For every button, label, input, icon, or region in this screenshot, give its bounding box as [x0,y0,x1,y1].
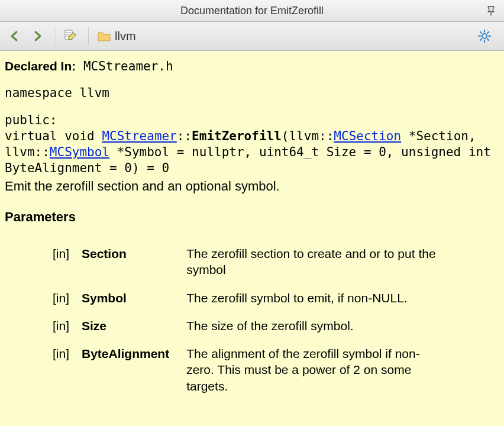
param-name: Size [81,317,186,334]
sig-prefix: virtual void [5,129,102,143]
window-title: Documentation for EmitZerofill [180,5,324,17]
link-mcstreamer[interactable]: MCStreamer [102,129,176,143]
param-dir: [in] [33,289,81,306]
signature: virtual void MCStreamer::EmitZerofill(ll… [5,128,499,177]
param-desc: The size of the zerofill symbol. [186,317,453,334]
breadcrumb[interactable]: llvm [97,30,136,43]
settings-button[interactable] [476,27,493,45]
title-bar: Documentation for EmitZerofill [0,0,504,22]
sig-sep: :: [177,129,192,143]
svg-line-11 [480,39,482,40]
param-row: [in] Symbol The zerofill symbol to emit,… [33,289,453,306]
param-row: [in] Section The zerofill section to cre… [33,245,453,279]
link-mcsection[interactable]: MCSection [334,129,401,143]
svg-point-4 [482,34,487,38]
public-line: public: [5,112,499,128]
forward-button[interactable] [28,27,46,45]
pin-icon [485,5,497,17]
toolbar-separator [56,27,56,45]
link-mcsymbol[interactable]: MCSymbol [50,145,109,159]
param-row: [in] Size The size of the zerofill symbo… [33,317,453,334]
param-name: Section [81,245,186,279]
svg-line-12 [487,32,489,33]
parameters-table: [in] Section The zerofill section to cre… [33,234,453,405]
param-dir: [in] [33,345,81,395]
declared-in: Declared In: MCStreamer.h [5,58,499,75]
param-dir: [in] [33,317,81,334]
back-button[interactable] [6,27,24,45]
content-area: Declared In: MCStreamer.h namespace llvm… [0,51,504,410]
svg-line-9 [480,32,482,33]
sig-method: EmitZerofill [192,129,282,143]
param-row: [in] ByteAlignment The alignment of the … [33,345,453,395]
namespace-line: namespace llvm [5,85,499,101]
edit-page-icon [63,29,77,43]
breadcrumb-label: llvm [115,30,136,43]
param-desc: The zerofill section to create and or to… [186,245,453,279]
param-name: ByteAlignment [81,345,186,395]
svg-line-10 [487,39,489,40]
gear-icon [477,29,492,43]
toolbar: llvm [0,22,504,51]
arrow-left-icon [8,30,21,43]
toolbar-separator [88,27,89,45]
param-desc: The zerofill symbol to emit, if non-NULL… [186,289,453,306]
arrow-right-icon [31,30,44,43]
param-dir: [in] [33,245,81,279]
declared-in-value: MCStreamer.h [83,59,173,73]
declared-in-label: Declared In: [5,59,76,73]
param-name: Symbol [81,289,186,306]
parameters-heading: Parameters [5,209,499,226]
pin-button[interactable] [484,4,498,18]
edit-button[interactable] [61,27,79,45]
method-description: Emit the zerofill section and an optiona… [5,178,499,195]
sig-open: (llvm:: [282,129,334,143]
param-desc: The alignment of the zerofill symbol if … [186,345,453,395]
folder-icon [97,30,111,42]
